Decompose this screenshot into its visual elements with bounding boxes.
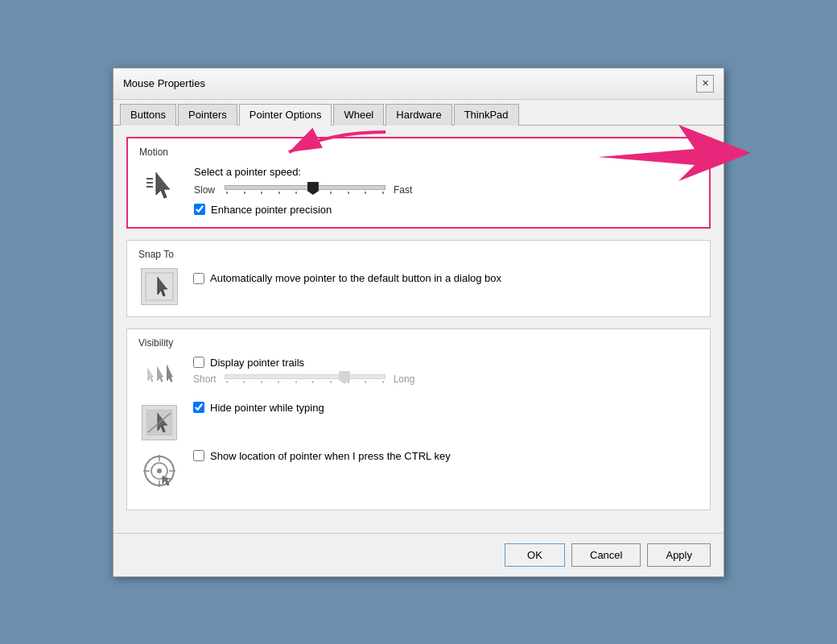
slider-dot xyxy=(330,381,332,383)
slider-dot xyxy=(261,192,262,194)
show-location-row: Show location of pointer when I press th… xyxy=(138,450,699,489)
slider-dot xyxy=(365,192,366,194)
slow-label: Slow xyxy=(194,184,216,196)
show-location-icon-area xyxy=(138,450,180,489)
tab-content: Motion Select a pointer speed: xyxy=(113,126,724,533)
show-location-checkbox-row: Show location of pointer when I press th… xyxy=(193,450,699,462)
short-label: Short xyxy=(193,374,216,385)
enhance-precision-row: Enhance pointer precision xyxy=(194,204,698,216)
show-location-label[interactable]: Show location of pointer when I press th… xyxy=(210,450,451,462)
slider-dot xyxy=(330,192,332,194)
hide-typing-row: Hide pointer while typing xyxy=(138,402,699,440)
long-label: Long xyxy=(394,374,416,385)
tab-pointers[interactable]: Pointers xyxy=(178,104,237,126)
trails-slider-row: Short xyxy=(193,374,699,385)
snap-to-checkbox-label[interactable]: Automatically move pointer to the defaul… xyxy=(210,271,501,286)
tab-buttons[interactable]: Buttons xyxy=(120,104,176,126)
motion-cursor-icon xyxy=(142,166,179,203)
tab-wheel[interactable]: Wheel xyxy=(333,104,384,126)
snap-to-content: Automatically move pointer to the defaul… xyxy=(138,268,699,305)
trails-checkbox-row: Display pointer trails xyxy=(193,357,699,369)
motion-content: Select a pointer speed: Slow xyxy=(139,166,698,216)
tab-pointer-options[interactable]: Pointer Options xyxy=(239,104,332,126)
show-location-controls: Show location of pointer when I press th… xyxy=(193,450,699,462)
slider-dot xyxy=(226,192,228,194)
show-location-checkbox[interactable] xyxy=(193,450,204,461)
tab-hardware[interactable]: Hardware xyxy=(386,104,451,126)
close-button[interactable]: ✕ xyxy=(696,75,714,93)
snap-to-controls: Automatically move pointer to the defaul… xyxy=(193,268,699,286)
dialog-title: Mouse Properties xyxy=(123,77,205,89)
speed-slider-row: Slow xyxy=(194,184,698,196)
slider-dot xyxy=(278,192,280,194)
visibility-label: Visibility xyxy=(138,337,699,349)
snap-cursor-icon xyxy=(145,272,174,301)
snap-to-section: Snap To Automatically move pointer to th… xyxy=(126,240,711,317)
slider-dot xyxy=(295,192,297,194)
hide-typing-icon xyxy=(142,405,177,440)
hide-typing-icon-area xyxy=(138,402,180,440)
apply-button[interactable]: Apply xyxy=(647,543,711,567)
snap-checkbox-row: Automatically move pointer to the defaul… xyxy=(193,271,699,286)
show-location-icon xyxy=(142,453,177,489)
hide-typing-controls: Hide pointer while typing xyxy=(193,402,699,414)
tabs-bar: Buttons Pointers Pointer Options Wheel H… xyxy=(113,100,724,126)
motion-section: Motion Select a pointer speed: xyxy=(126,137,711,229)
pointer-trails-row: Display pointer trails Short xyxy=(138,357,699,392)
motion-controls: Select a pointer speed: Slow xyxy=(194,166,698,216)
slider-dot xyxy=(243,381,245,383)
hide-typing-label[interactable]: Hide pointer while typing xyxy=(210,402,324,414)
slider-dot xyxy=(382,381,384,383)
motion-section-wrapper: Motion Select a pointer speed: xyxy=(126,137,711,229)
visibility-section: Visibility Display pointer trails xyxy=(126,328,711,510)
enhance-precision-checkbox[interactable] xyxy=(194,204,205,215)
snap-icon xyxy=(141,268,178,305)
slider-dot xyxy=(382,192,384,194)
pointer-trails-icon xyxy=(140,360,179,392)
slider-dot xyxy=(261,381,262,383)
hide-typing-checkbox[interactable] xyxy=(193,402,204,413)
ok-button[interactable]: OK xyxy=(505,543,565,567)
pointer-trails-checkbox[interactable] xyxy=(193,357,204,368)
pointer-trails-icon-area xyxy=(138,357,180,392)
slider-dot xyxy=(348,192,349,194)
trails-slider-container xyxy=(225,374,386,383)
speed-slider-track xyxy=(225,185,386,190)
svg-point-10 xyxy=(157,469,162,473)
motion-label: Motion xyxy=(139,147,698,158)
motion-icon-area xyxy=(139,166,181,203)
slider-dot xyxy=(226,381,228,383)
dialog-footer: OK Cancel Apply xyxy=(113,533,724,576)
pointer-trails-controls: Display pointer trails Short xyxy=(193,357,699,388)
pointer-trails-label[interactable]: Display pointer trails xyxy=(210,357,304,369)
hide-cursor-icon xyxy=(146,410,172,436)
speed-slider-container xyxy=(225,185,386,194)
snap-to-icon-area xyxy=(138,268,180,305)
snap-to-checkbox[interactable] xyxy=(193,273,204,284)
slider-dot xyxy=(295,381,297,383)
enhance-precision-label[interactable]: Enhance pointer precision xyxy=(211,204,332,216)
fast-label: Fast xyxy=(394,184,416,196)
slider-dot xyxy=(244,192,245,194)
dialog-window: Mouse Properties ✕ Buttons Pointers Poin… xyxy=(113,68,724,577)
snap-to-label: Snap To xyxy=(138,249,699,260)
slider-dots xyxy=(225,192,386,194)
tab-thinkpad[interactable]: ThinkPad xyxy=(454,104,519,126)
hide-typing-checkbox-row: Hide pointer while typing xyxy=(193,402,699,414)
slider-dot xyxy=(365,381,366,383)
cancel-button[interactable]: Cancel xyxy=(571,543,641,567)
slider-dot xyxy=(278,381,279,383)
title-bar: Mouse Properties ✕ xyxy=(113,68,724,100)
slider-dot xyxy=(312,381,314,383)
trails-slider-dots xyxy=(225,381,386,383)
speed-label: Select a pointer speed: xyxy=(194,166,698,178)
trails-slider-track xyxy=(225,374,386,379)
